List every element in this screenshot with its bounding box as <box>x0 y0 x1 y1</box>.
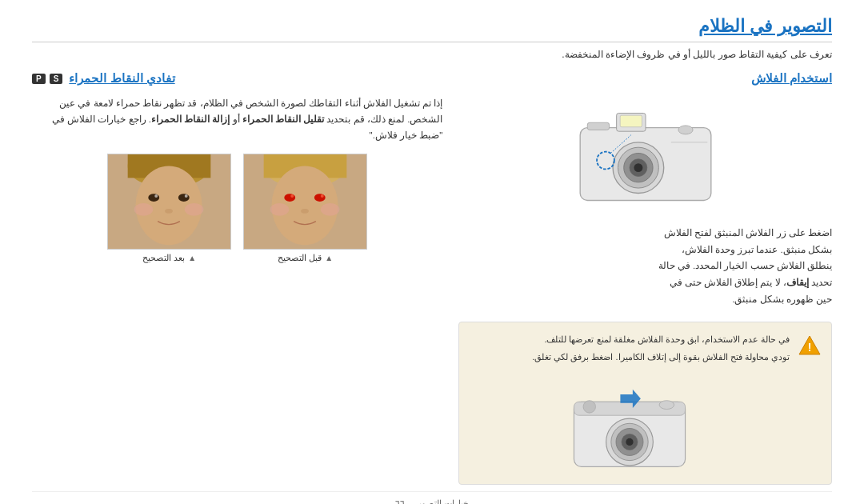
redeye-text: إذا تم تشغيل الفلاش أثناء التقاطك لصورة … <box>32 95 442 143</box>
page-footer: خيارات التصوير ٦٦ <box>32 491 832 504</box>
photo-after-frame <box>107 154 231 250</box>
svg-point-41 <box>154 194 158 198</box>
svg-point-34 <box>321 203 340 216</box>
redeye-badges: S P <box>32 74 62 84</box>
left-section: استخدام الفلاش <box>458 71 832 485</box>
svg-point-31 <box>321 194 324 198</box>
redeye-title-row: تفادي النقاط الحمراء S P <box>32 71 442 86</box>
photo-before-label: قبل التصحيح <box>278 253 333 263</box>
svg-point-45 <box>185 203 204 216</box>
page-subtitle: تعرف على كيفية التقاط صور بالليل أو في ظ… <box>32 49 832 60</box>
svg-point-42 <box>185 194 188 198</box>
svg-text:!: ! <box>808 341 812 354</box>
camera-illustration-top <box>458 101 832 213</box>
svg-point-21 <box>626 438 633 446</box>
photo-before-container: قبل التصحيح <box>243 154 367 263</box>
photo-after-container: بعد التصحيح <box>107 154 231 263</box>
svg-point-23 <box>583 400 595 412</box>
photo-before-svg <box>244 154 366 250</box>
badge-p: P <box>32 74 46 84</box>
redeye-section-title: تفادي النقاط الحمراء <box>69 71 174 86</box>
warning-camera-img <box>469 382 790 478</box>
svg-point-29 <box>314 194 326 202</box>
svg-rect-3 <box>620 115 642 127</box>
photo-after-svg <box>108 154 230 250</box>
badge-s: S <box>50 74 63 84</box>
camera-svg-top <box>566 101 726 213</box>
right-section: تفادي النقاط الحمراء S P إذا تم تشغيل ال… <box>32 71 442 485</box>
camera-svg-bottom <box>562 382 698 478</box>
flash-section-title: استخدام الفلاش <box>458 71 832 86</box>
warning-icon: ! <box>798 334 822 358</box>
svg-rect-1 <box>587 122 609 130</box>
photo-before-frame <box>243 154 367 250</box>
flash-text: اضغط على زر الفلاش المنبثق لفتح الفلاش ب… <box>458 225 832 307</box>
warning-item-1: في حالة عدم الاستخدام، ابق وحدة الفلاش م… <box>469 332 790 347</box>
footer-section-label: خيارات التصوير <box>414 498 469 504</box>
svg-point-28 <box>285 194 296 202</box>
svg-point-22 <box>659 400 674 409</box>
warning-item-2: تودي محاولة فتح الفلاش بقوة إلى إتلاف ال… <box>469 350 790 365</box>
page-title: التصوير في الظلام <box>32 16 832 42</box>
page-container: التصوير في الظلام تعرف على كيفية التقاط … <box>0 0 864 504</box>
svg-point-9 <box>678 126 693 134</box>
svg-point-39 <box>149 194 160 202</box>
photos-row: قبل التصحيح <box>32 154 442 263</box>
svg-point-44 <box>134 203 154 216</box>
svg-point-8 <box>634 163 642 172</box>
warning-box: ! في حالة عدم الاستخدام، ابق وحدة الفلاش… <box>458 322 832 484</box>
warning-content: في حالة عدم الاستخدام، ابق وحدة الفلاش م… <box>469 332 790 477</box>
svg-point-43 <box>165 209 173 214</box>
main-content: استخدام الفلاش <box>32 71 832 485</box>
svg-point-33 <box>270 203 290 216</box>
photo-after-label: بعد التصحيح <box>142 253 196 263</box>
svg-point-32 <box>301 209 309 214</box>
svg-point-30 <box>290 194 294 198</box>
svg-point-40 <box>178 194 190 202</box>
warning-texts: في حالة عدم الاستخدام، ابق وحدة الفلاش م… <box>469 332 790 366</box>
footer-page-number: ٦٦ <box>395 498 405 504</box>
